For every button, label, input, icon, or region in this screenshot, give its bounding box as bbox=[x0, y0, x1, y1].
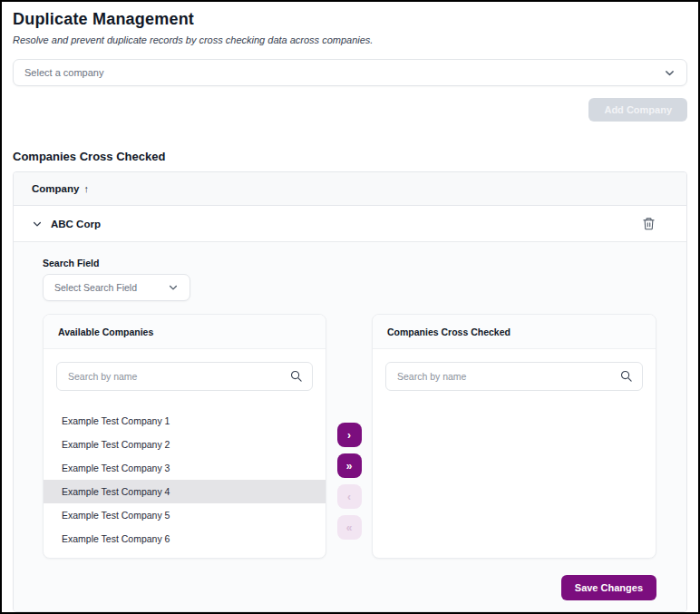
chevron-down-icon[interactable] bbox=[32, 219, 43, 229]
available-search-input[interactable] bbox=[56, 362, 313, 391]
sort-ascending-icon: ↑ bbox=[83, 183, 89, 194]
companies-table: Company ↑ ABC Corp Search Field Select S… bbox=[13, 171, 687, 612]
transfer-buttons: › » ‹ « bbox=[326, 314, 372, 540]
available-company-item[interactable]: Example Test Company 5 bbox=[44, 503, 326, 527]
available-companies-panel: Available Companies Example Test Company… bbox=[43, 314, 326, 559]
row-expanded-panel: Search Field Select Search Field Availab… bbox=[14, 242, 686, 611]
crosschecked-companies-title: Companies Cross Checked bbox=[373, 315, 656, 349]
move-right-button[interactable]: › bbox=[337, 423, 362, 447]
company-select-placeholder: Select a company bbox=[24, 67, 664, 78]
delete-company-button[interactable] bbox=[640, 215, 657, 232]
available-company-item[interactable]: Example Test Company 4 bbox=[44, 480, 326, 503]
available-company-item[interactable]: Example Test Company 6 bbox=[44, 527, 326, 551]
trash-icon bbox=[642, 217, 656, 230]
add-company-row: Add Company bbox=[13, 98, 687, 122]
move-left-button[interactable]: ‹ bbox=[337, 484, 362, 509]
search-field-label: Search Field bbox=[43, 258, 656, 268]
chevron-down-icon bbox=[664, 67, 676, 79]
table-row-abc-corp[interactable]: ABC Corp bbox=[14, 206, 686, 242]
table-header-company[interactable]: Company ↑ bbox=[14, 172, 686, 206]
available-companies-title: Available Companies bbox=[44, 315, 326, 349]
column-header-label: Company bbox=[32, 183, 79, 194]
chevron-down-icon bbox=[168, 282, 179, 293]
crosschecked-search-input[interactable] bbox=[385, 362, 643, 391]
crosschecked-search bbox=[385, 362, 643, 391]
search-field-dropdown[interactable]: Select Search Field bbox=[43, 274, 190, 301]
crosschecked-companies-panel: Companies Cross Checked bbox=[372, 314, 656, 559]
move-all-right-button[interactable]: » bbox=[337, 453, 362, 478]
transfer-panels: Available Companies Example Test Company… bbox=[43, 314, 656, 559]
add-company-button[interactable]: Add Company bbox=[588, 98, 687, 122]
save-changes-button[interactable]: Save Changes bbox=[561, 575, 656, 600]
available-company-item[interactable]: Example Test Company 2 bbox=[44, 433, 326, 456]
search-field-placeholder: Select Search Field bbox=[54, 282, 168, 293]
company-name: ABC Corp bbox=[51, 219, 640, 229]
available-company-item[interactable]: Example Test Company 1 bbox=[44, 409, 326, 433]
available-companies-list: Example Test Company 1 Example Test Comp… bbox=[44, 409, 326, 551]
duplicate-management-page: Duplicate Management Resolve and prevent… bbox=[0, 0, 700, 614]
available-search bbox=[56, 362, 313, 391]
page-subtitle: Resolve and prevent duplicate records by… bbox=[13, 34, 687, 46]
company-select-dropdown[interactable]: Select a company bbox=[13, 59, 687, 86]
available-company-item[interactable]: Example Test Company 3 bbox=[44, 456, 326, 480]
save-row: Save Changes bbox=[43, 575, 656, 600]
page-title: Duplicate Management bbox=[13, 9, 687, 29]
section-heading: Companies Cross Checked bbox=[13, 150, 687, 164]
move-all-left-button[interactable]: « bbox=[337, 515, 362, 540]
